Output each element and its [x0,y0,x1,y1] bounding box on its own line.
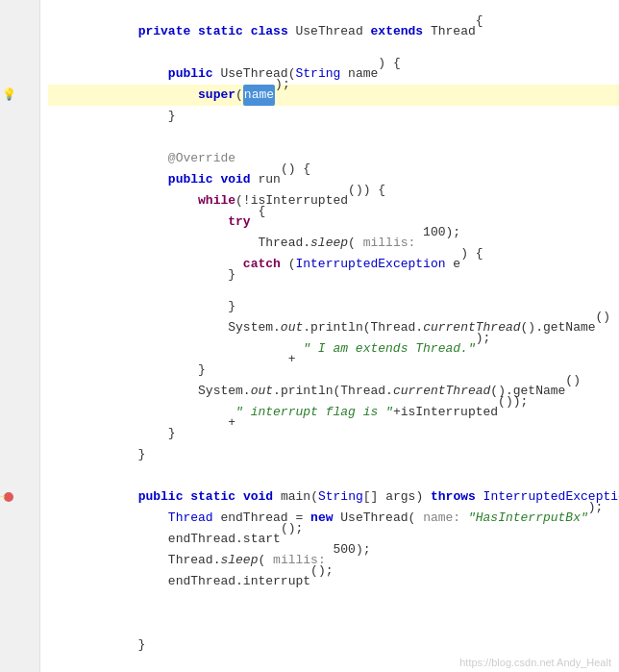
gutter-line [0,0,34,21]
class-thread2: Thread [371,317,416,338]
code-editor: 💡 [0,0,619,672]
code-line: } [48,444,619,465]
gutter-line [0,613,34,635]
keyword-throws: throws [431,486,476,508]
code-line [48,592,619,613]
method-isinterrupted2: isInterrupted [401,402,498,423]
method-println2: println [281,381,334,402]
gutter-line-bulb: 💡 [0,85,34,106]
code-content: private static class UseThread extends T… [40,0,619,672]
method-currentthread2: currentThread [393,381,490,402]
line-gutter: 💡 [0,0,40,672]
lightbulb-icon: 💡 [2,85,16,106]
type-interrupted: InterruptedException [295,254,445,275]
gutter-line [0,550,34,571]
gutter-line [0,254,34,275]
keyword-static: static [198,21,243,42]
method-main: main [281,486,310,508]
class-usethread: UseThread [340,508,408,529]
string-literal-3: "HasInterrputBx" [468,508,588,529]
annotation-override: @Override [168,148,235,169]
param-args: args [385,486,415,508]
highlighted-param: name [243,85,275,106]
gutter-line [0,106,34,127]
method-getname: getName [543,317,596,338]
code-line: private static class UseThread extends T… [48,21,619,42]
param-name: name [348,63,378,85]
gutter-line [0,508,34,529]
method-interrupt: interrupt [243,571,310,592]
class-thread4: Thread [168,550,213,571]
var-endthread3: endThread [168,571,235,592]
gutter-line [0,444,34,465]
type-string2: String [318,486,363,508]
gutter-line [0,529,34,550]
method-run: run [258,169,280,190]
thread-type: Thread [431,21,476,42]
method-start: start [243,529,281,550]
var-endthread2: endThread [168,529,235,550]
string-literal-2: " interrupt flag is " [235,402,393,423]
watermark: https://blog.csdn.net Andy_Healt [459,657,611,668]
field-out2: out [251,381,273,402]
keyword-void2: void [243,486,273,508]
class-thread: Thread [258,233,303,254]
var-endthread: endThread [220,508,287,529]
gutter-line [0,465,34,486]
keyword-catch: catch [243,254,281,275]
code-area: 💡 [0,0,619,672]
method-println: println [310,317,363,338]
method-sleep2: sleep [220,550,258,571]
gutter-line [0,212,34,233]
gutter-line [0,190,34,212]
keyword-private: private [138,21,191,42]
keyword-class: class [251,21,288,42]
gutter-line [0,360,34,381]
type-thread: Thread [168,508,213,529]
var-e: e [453,254,460,275]
string-literal-1: " I am extends Thread." [303,338,475,360]
keyword-super: super [198,85,235,106]
gutter-line [0,338,34,360]
gutter-line [0,635,34,656]
class-name: UseThread [296,21,363,42]
gutter-line [0,381,34,402]
code-line: endThread.interrupt(); [48,571,619,592]
gutter-line [0,148,34,169]
gutter-line [0,233,34,254]
gutter-line-breakpoint [0,486,34,508]
gutter-line [0,63,34,85]
gutter-line [0,423,34,444]
gutter-line [0,127,34,148]
param-millis: millis: [356,233,415,254]
class-thread3: Thread [340,381,385,402]
gutter-line [0,296,34,317]
gutter-line [0,275,34,296]
gutter-line [0,402,34,423]
code-line: } catch (InterruptedException e) { [48,254,619,275]
gutter-line [0,169,34,190]
gutter-line [0,592,34,613]
keyword-static: static [190,486,235,508]
code-line: } [48,106,619,127]
gutter-line [0,571,34,592]
keyword-void: void [220,169,250,190]
gutter-line [0,21,34,42]
param-name-label: name: [415,508,460,529]
keyword-extends: extends [371,21,424,42]
code-line: } [48,635,619,656]
gutter-line [0,317,34,338]
gutter-line [0,42,34,63]
method-sleep: sleep [310,233,348,254]
